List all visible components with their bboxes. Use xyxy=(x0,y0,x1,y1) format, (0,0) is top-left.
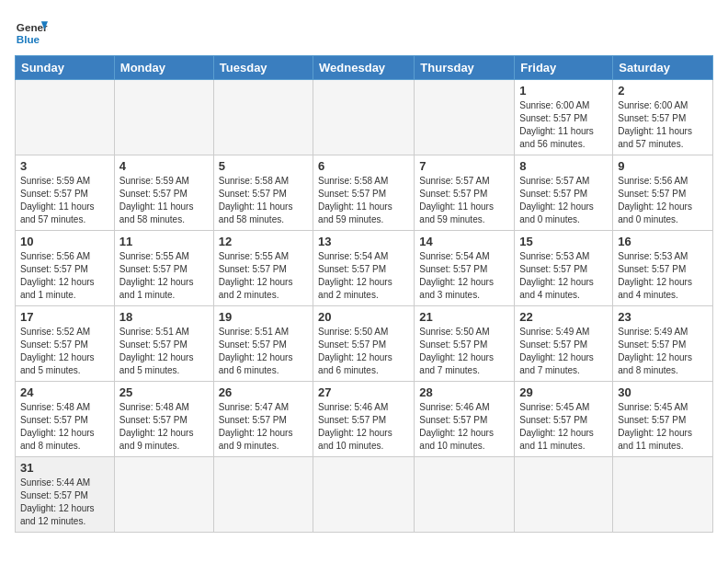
calendar-cell: 24Sunrise: 5:48 AM Sunset: 5:57 PM Dayli… xyxy=(16,382,115,457)
calendar-cell xyxy=(415,457,515,533)
day-info: Sunrise: 5:50 AM Sunset: 5:57 PM Dayligh… xyxy=(419,326,509,377)
day-number: 21 xyxy=(419,310,509,324)
day-number: 9 xyxy=(618,159,708,173)
calendar-cell: 1Sunrise: 6:00 AM Sunset: 5:57 PM Daylig… xyxy=(515,80,613,155)
day-info: Sunrise: 5:55 AM Sunset: 5:57 PM Dayligh… xyxy=(219,250,308,302)
calendar-cell: 22Sunrise: 5:49 AM Sunset: 5:57 PM Dayli… xyxy=(515,306,613,382)
day-number: 5 xyxy=(219,159,308,173)
day-number: 11 xyxy=(119,235,209,248)
calendar-cell: 6Sunrise: 5:58 AM Sunset: 5:57 PM Daylig… xyxy=(313,155,415,231)
day-number: 16 xyxy=(618,235,708,248)
day-info: Sunrise: 5:57 AM Sunset: 5:57 PM Dayligh… xyxy=(419,175,509,226)
day-number: 13 xyxy=(318,235,409,248)
day-info: Sunrise: 5:58 AM Sunset: 5:57 PM Dayligh… xyxy=(318,175,409,226)
calendar-cell: 12Sunrise: 5:55 AM Sunset: 5:57 PM Dayli… xyxy=(213,231,313,306)
calendar-cell: 9Sunrise: 5:56 AM Sunset: 5:57 PM Daylig… xyxy=(613,155,713,231)
day-info: Sunrise: 5:54 AM Sunset: 5:57 PM Dayligh… xyxy=(318,250,409,302)
day-number: 19 xyxy=(219,310,308,324)
calendar-cell: 30Sunrise: 5:45 AM Sunset: 5:57 PM Dayli… xyxy=(613,382,713,457)
day-info: Sunrise: 6:00 AM Sunset: 5:57 PM Dayligh… xyxy=(618,99,708,151)
day-number: 1 xyxy=(519,84,608,98)
day-number: 4 xyxy=(119,159,209,173)
calendar-cell: 25Sunrise: 5:48 AM Sunset: 5:57 PM Dayli… xyxy=(114,382,213,457)
calendar-week-4: 17Sunrise: 5:52 AM Sunset: 5:57 PM Dayli… xyxy=(16,306,713,382)
day-number: 2 xyxy=(618,84,708,98)
calendar-cell: 26Sunrise: 5:47 AM Sunset: 5:57 PM Dayli… xyxy=(213,382,313,457)
logo: General Blue xyxy=(15,15,48,48)
calendar-cell xyxy=(313,80,415,155)
day-number: 23 xyxy=(618,310,708,324)
calendar-cell: 10Sunrise: 5:56 AM Sunset: 5:57 PM Dayli… xyxy=(16,231,115,306)
header-monday: Monday xyxy=(114,56,213,80)
day-number: 12 xyxy=(219,235,308,248)
day-number: 27 xyxy=(318,385,409,399)
calendar-cell: 28Sunrise: 5:46 AM Sunset: 5:57 PM Dayli… xyxy=(415,382,515,457)
header-saturday: Saturday xyxy=(613,56,713,80)
calendar-cell: 16Sunrise: 5:53 AM Sunset: 5:57 PM Dayli… xyxy=(613,231,713,306)
calendar-cell: 31Sunrise: 5:44 AM Sunset: 5:57 PM Dayli… xyxy=(16,457,115,533)
day-info: Sunrise: 5:44 AM Sunset: 5:57 PM Dayligh… xyxy=(20,477,109,528)
day-number: 15 xyxy=(519,235,608,248)
calendar-cell xyxy=(515,457,613,533)
logo-icon: General Blue xyxy=(15,15,48,48)
day-info: Sunrise: 5:58 AM Sunset: 5:57 PM Dayligh… xyxy=(219,175,308,226)
calendar-cell xyxy=(313,457,415,533)
day-number: 31 xyxy=(20,461,109,475)
calendar-cell: 13Sunrise: 5:54 AM Sunset: 5:57 PM Dayli… xyxy=(313,231,415,306)
calendar-cell: 23Sunrise: 5:49 AM Sunset: 5:57 PM Dayli… xyxy=(613,306,713,382)
day-info: Sunrise: 5:59 AM Sunset: 5:57 PM Dayligh… xyxy=(20,175,109,226)
day-info: Sunrise: 5:46 AM Sunset: 5:57 PM Dayligh… xyxy=(318,401,409,453)
calendar-cell xyxy=(114,80,213,155)
header: General Blue xyxy=(15,15,713,48)
calendar-week-6: 31Sunrise: 5:44 AM Sunset: 5:57 PM Dayli… xyxy=(16,457,713,533)
calendar-week-1: 1Sunrise: 6:00 AM Sunset: 5:57 PM Daylig… xyxy=(16,80,713,155)
day-info: Sunrise: 5:45 AM Sunset: 5:57 PM Dayligh… xyxy=(618,401,708,453)
calendar-cell: 19Sunrise: 5:51 AM Sunset: 5:57 PM Dayli… xyxy=(213,306,313,382)
svg-text:Blue: Blue xyxy=(17,33,40,45)
day-info: Sunrise: 6:00 AM Sunset: 5:57 PM Dayligh… xyxy=(519,99,608,151)
day-number: 28 xyxy=(419,385,509,399)
day-number: 24 xyxy=(20,385,109,399)
day-info: Sunrise: 5:57 AM Sunset: 5:57 PM Dayligh… xyxy=(519,175,608,226)
day-info: Sunrise: 5:52 AM Sunset: 5:57 PM Dayligh… xyxy=(20,326,109,377)
calendar-cell: 14Sunrise: 5:54 AM Sunset: 5:57 PM Dayli… xyxy=(415,231,515,306)
day-info: Sunrise: 5:53 AM Sunset: 5:57 PM Dayligh… xyxy=(618,250,708,302)
calendar-cell xyxy=(16,80,115,155)
day-number: 14 xyxy=(419,235,509,248)
header-thursday: Thursday xyxy=(415,56,515,80)
day-number: 30 xyxy=(618,385,708,399)
day-number: 17 xyxy=(20,310,109,324)
day-info: Sunrise: 5:55 AM Sunset: 5:57 PM Dayligh… xyxy=(119,250,209,302)
day-info: Sunrise: 5:54 AM Sunset: 5:57 PM Dayligh… xyxy=(419,250,509,302)
day-info: Sunrise: 5:53 AM Sunset: 5:57 PM Dayligh… xyxy=(519,250,608,302)
calendar-cell: 15Sunrise: 5:53 AM Sunset: 5:57 PM Dayli… xyxy=(515,231,613,306)
day-number: 22 xyxy=(519,310,608,324)
calendar-cell: 20Sunrise: 5:50 AM Sunset: 5:57 PM Dayli… xyxy=(313,306,415,382)
calendar-week-3: 10Sunrise: 5:56 AM Sunset: 5:57 PM Dayli… xyxy=(16,231,713,306)
day-number: 25 xyxy=(119,385,209,399)
day-info: Sunrise: 5:49 AM Sunset: 5:57 PM Dayligh… xyxy=(519,326,608,377)
day-info: Sunrise: 5:56 AM Sunset: 5:57 PM Dayligh… xyxy=(20,250,109,302)
day-number: 3 xyxy=(20,159,109,173)
day-info: Sunrise: 5:59 AM Sunset: 5:57 PM Dayligh… xyxy=(119,175,209,226)
calendar-cell: 3Sunrise: 5:59 AM Sunset: 5:57 PM Daylig… xyxy=(16,155,115,231)
day-number: 18 xyxy=(119,310,209,324)
calendar-cell: 27Sunrise: 5:46 AM Sunset: 5:57 PM Dayli… xyxy=(313,382,415,457)
calendar-cell: 18Sunrise: 5:51 AM Sunset: 5:57 PM Dayli… xyxy=(114,306,213,382)
calendar-cell: 21Sunrise: 5:50 AM Sunset: 5:57 PM Dayli… xyxy=(415,306,515,382)
day-number: 6 xyxy=(318,159,409,173)
calendar-week-5: 24Sunrise: 5:48 AM Sunset: 5:57 PM Dayli… xyxy=(16,382,713,457)
calendar-cell: 29Sunrise: 5:45 AM Sunset: 5:57 PM Dayli… xyxy=(515,382,613,457)
day-info: Sunrise: 5:51 AM Sunset: 5:57 PM Dayligh… xyxy=(219,326,308,377)
day-number: 20 xyxy=(318,310,409,324)
header-friday: Friday xyxy=(515,56,613,80)
calendar-cell xyxy=(415,80,515,155)
calendar-cell: 2Sunrise: 6:00 AM Sunset: 5:57 PM Daylig… xyxy=(613,80,713,155)
day-number: 26 xyxy=(219,385,308,399)
day-number: 7 xyxy=(419,159,509,173)
calendar-cell: 7Sunrise: 5:57 AM Sunset: 5:57 PM Daylig… xyxy=(415,155,515,231)
day-info: Sunrise: 5:46 AM Sunset: 5:57 PM Dayligh… xyxy=(419,401,509,453)
calendar-cell xyxy=(213,457,313,533)
calendar-cell: 5Sunrise: 5:58 AM Sunset: 5:57 PM Daylig… xyxy=(213,155,313,231)
calendar-cell: 4Sunrise: 5:59 AM Sunset: 5:57 PM Daylig… xyxy=(114,155,213,231)
